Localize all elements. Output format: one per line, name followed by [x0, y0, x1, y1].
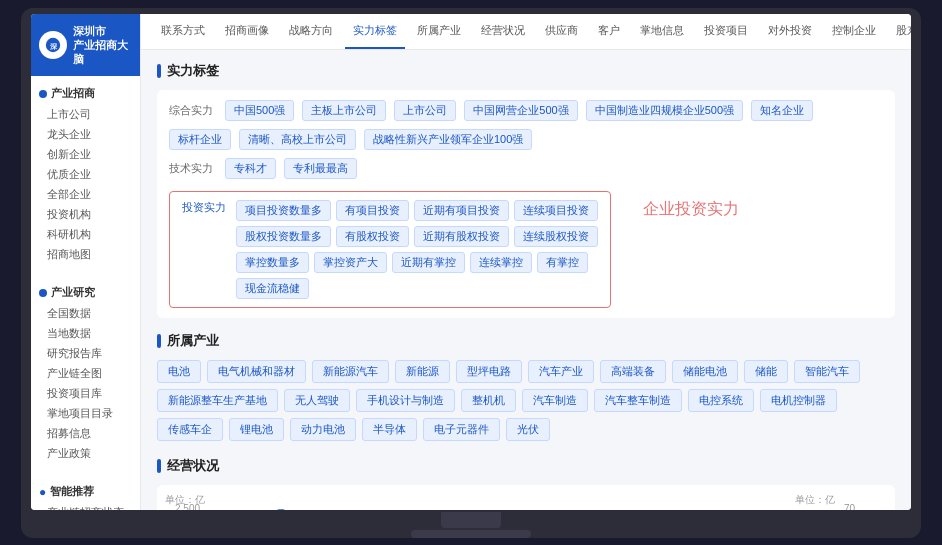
ind-tag-8[interactable]: 储能 [744, 360, 788, 383]
nav-operation[interactable]: 经营状况 [473, 14, 533, 50]
ind-tag-7[interactable]: 储能电池 [672, 360, 738, 383]
invest-tag-10[interactable]: 掌控资产大 [314, 252, 387, 273]
invest-tag-12[interactable]: 连续掌控 [470, 252, 532, 273]
sidebar-item-leading[interactable]: 龙头企业 [31, 125, 140, 145]
invest-tags-box: 投资实力 项目投资数量多 有项目投资 近期有项目投资 连续项目投资 [169, 191, 611, 308]
tag-benchmark[interactable]: 标杆企业 [169, 129, 231, 150]
invest-tag-13[interactable]: 有掌控 [537, 252, 588, 273]
ind-tag-21[interactable]: 半导体 [362, 418, 417, 441]
ind-tag-13[interactable]: 整机机 [461, 389, 516, 412]
nav-shareholder[interactable]: 股东信息 [888, 14, 911, 50]
tag-patent2[interactable]: 专利最最高 [284, 158, 357, 179]
invest-tag-4[interactable]: 连续项目投资 [514, 200, 598, 221]
ind-tag-10[interactable]: 新能源整车生产基地 [157, 389, 278, 412]
section-title-industrial[interactable]: 产业招商 [31, 82, 140, 105]
tag-listed[interactable]: 上市公司 [394, 100, 456, 121]
ind-tag-9[interactable]: 智能汽车 [794, 360, 860, 383]
sidebar-item-chain[interactable]: 产业链全图 [31, 364, 140, 384]
logo-icon: 深 [39, 31, 67, 59]
section-belonging-industry: 所属产业 电池 电气机械和器材 新能源汽车 新能源 型坪电路 汽车产业 高端装备… [157, 332, 895, 441]
invest-tag-14[interactable]: 现金流稳健 [236, 278, 309, 299]
sidebar-item-proj-lib[interactable]: 投资项目库 [31, 384, 140, 404]
section-industrial: 产业招商 上市公司 龙头企业 创新企业 优质企业 全部企业 投资机构 科研机构 … [31, 76, 140, 267]
sidebar-item-listed[interactable]: 上市公司 [31, 105, 140, 125]
nav-customer[interactable]: 客户 [590, 14, 628, 50]
nav-land[interactable]: 掌地信息 [632, 14, 692, 50]
tag-famous[interactable]: 知名企业 [751, 100, 813, 121]
sidebar-item-chain-status[interactable]: 产业链招商状态 [31, 503, 140, 509]
sidebar-item-map[interactable]: 招商地图 [31, 245, 140, 265]
sidebar-item-recruit[interactable]: 招募信息 [31, 424, 140, 444]
company-invest-label: 企业投资实力 [623, 191, 739, 308]
sidebar-item-quality[interactable]: 优质企业 [31, 165, 140, 185]
sidebar-item-land-proj[interactable]: 掌地项目目录 [31, 404, 140, 424]
tag-mainboard[interactable]: 主板上市公司 [302, 100, 386, 121]
ind-tag-5[interactable]: 汽车产业 [528, 360, 594, 383]
ind-tag-23[interactable]: 光伏 [506, 418, 550, 441]
sidebar-logo[interactable]: 深 深圳市 产业招商大脑 [31, 14, 140, 77]
ind-tag-22[interactable]: 电子元器件 [423, 418, 500, 441]
nav-control-company[interactable]: 控制企业 [824, 14, 884, 50]
ind-tag-6[interactable]: 高端装备 [600, 360, 666, 383]
chart-value-left: 2,500 [175, 503, 200, 510]
nav-strength[interactable]: 实力标签 [345, 14, 405, 50]
tag-net500[interactable]: 中国网营企业500强 [464, 100, 577, 121]
invest-tag-2[interactable]: 有项目投资 [336, 200, 409, 221]
sidebar-item-innovation[interactable]: 创新企业 [31, 145, 140, 165]
section-title-research[interactable]: 产业研究 [31, 281, 140, 304]
nav-invest-proj[interactable]: 投资项目 [696, 14, 756, 50]
invest-tag-3[interactable]: 近期有项目投资 [414, 200, 509, 221]
ind-tag-14[interactable]: 汽车制造 [522, 389, 588, 412]
ind-tag-17[interactable]: 电机控制器 [760, 389, 837, 412]
invest-tag-11[interactable]: 近期有掌控 [392, 252, 465, 273]
section-icon-strength [157, 64, 161, 78]
invest-tag-9[interactable]: 掌控数量多 [236, 252, 309, 273]
nav-image[interactable]: 招商画像 [217, 14, 277, 50]
sidebar-item-national[interactable]: 全国数据 [31, 304, 140, 324]
section-title-ai[interactable]: ● 智能推荐 [31, 480, 140, 503]
nav-foreign-invest[interactable]: 对外投资 [760, 14, 820, 50]
nav-supplier[interactable]: 供应商 [537, 14, 586, 50]
nav-industry[interactable]: 所属产业 [409, 14, 469, 50]
ind-tag-3[interactable]: 新能源 [395, 360, 450, 383]
tag-strategic100[interactable]: 战略性新兴产业领军企业100强 [364, 129, 532, 150]
sidebar-item-research-inst[interactable]: 科研机构 [31, 225, 140, 245]
ind-tag-19[interactable]: 锂电池 [229, 418, 284, 441]
monitor: 深 深圳市 产业招商大脑 产业招商 上市公司 龙头企业 创新企业 优质企业 全部… [21, 8, 921, 538]
ind-tag-0[interactable]: 电池 [157, 360, 201, 383]
industry-tags: 电池 电气机械和器材 新能源汽车 新能源 型坪电路 汽车产业 高端装备 储能电池… [157, 360, 895, 441]
invest-tag-5[interactable]: 股权投资数量多 [236, 226, 331, 247]
invest-tag-6[interactable]: 有股权投资 [336, 226, 409, 247]
screen: 深 深圳市 产业招商大脑 产业招商 上市公司 龙头企业 创新企业 优质企业 全部… [31, 14, 911, 510]
sidebar-item-investor[interactable]: 投资机构 [31, 205, 140, 225]
invest-tag-1[interactable]: 项目投资数量多 [236, 200, 331, 221]
nav-contact[interactable]: 联系方式 [153, 14, 213, 50]
tag-500[interactable]: 中国500强 [225, 100, 294, 121]
tag-label-tech: 技术实力 [169, 161, 217, 176]
ind-tag-1[interactable]: 电气机械和器材 [207, 360, 306, 383]
sidebar-item-local[interactable]: 当地数据 [31, 324, 140, 344]
ind-tag-2[interactable]: 新能源汽车 [312, 360, 389, 383]
section-header-industry: 所属产业 [157, 332, 895, 350]
ind-tag-12[interactable]: 手机设计与制造 [356, 389, 455, 412]
sidebar-item-policy[interactable]: 产业政策 [31, 444, 140, 464]
ind-tag-11[interactable]: 无人驾驶 [284, 389, 350, 412]
bar-8 [277, 509, 285, 510]
invest-tags-row-3: 掌控数量多 掌控资产大 近期有掌控 连续掌控 有掌控 [236, 252, 598, 273]
ind-tag-16[interactable]: 电控系统 [688, 389, 754, 412]
ind-tag-18[interactable]: 传感车企 [157, 418, 223, 441]
invest-tag-7[interactable]: 近期有股权投资 [414, 226, 509, 247]
sidebar-item-reports[interactable]: 研究报告库 [31, 344, 140, 364]
invest-tag-8[interactable]: 连续股权投资 [514, 226, 598, 247]
operation-chart: 单位：亿 2,500 单位：亿 70 60 [157, 485, 895, 510]
ind-tag-4[interactable]: 型坪电路 [456, 360, 522, 383]
ind-tag-20[interactable]: 动力电池 [290, 418, 356, 441]
tag-label-comprehensive: 综合实力 [169, 103, 217, 118]
section-ai: ● 智能推荐 产业链招商状态 以商招商状态 重点区域招商状态 资本招商状态 重点… [31, 474, 140, 509]
nav-strategy[interactable]: 战略方向 [281, 14, 341, 50]
tag-school-listed[interactable]: 清晰、高校上市公司 [239, 129, 356, 150]
tag-mfg500[interactable]: 中国制造业四规模企业500强 [586, 100, 743, 121]
sidebar-item-all[interactable]: 全部企业 [31, 185, 140, 205]
ind-tag-15[interactable]: 汽车整车制造 [594, 389, 682, 412]
tag-patent1[interactable]: 专科才 [225, 158, 276, 179]
